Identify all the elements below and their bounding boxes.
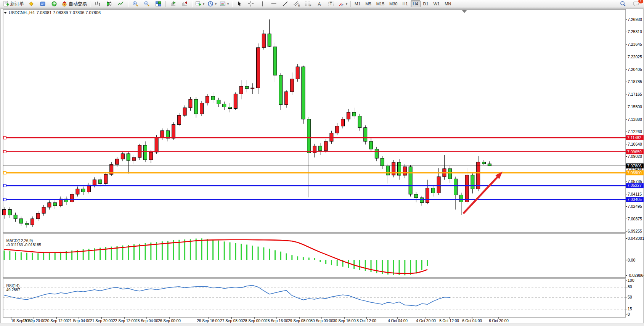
macd-values: -0.011163 -0.018185 [6, 243, 41, 247]
price-tick-label: 7.17165 [628, 92, 642, 96]
price-chart[interactable]: 7.269307.253107.236457.220257.204057.187… [0, 0, 644, 326]
timeframe-H4[interactable]: H4 [411, 0, 421, 7]
candle [482, 162, 486, 164]
auto-trading-button[interactable]: 自动交易 [60, 0, 88, 8]
new-chart-button[interactable]: ▾ [194, 0, 206, 8]
candle [347, 112, 350, 119]
timeframe-M30[interactable]: M30 [387, 0, 400, 7]
cursor-icon [236, 1, 243, 7]
rsi-axis-label: 0 [628, 312, 630, 316]
chart-shift-button[interactable] [179, 0, 190, 8]
price-tick-label: 7.02495 [628, 204, 642, 209]
time-tick-label: 26 Sep 00:00 [158, 319, 181, 323]
candle [273, 47, 277, 75]
candle [358, 116, 361, 128]
candle [8, 210, 11, 215]
crosshair-button[interactable] [245, 0, 257, 8]
price-tick-label: 7.18785 [628, 79, 642, 84]
text-button[interactable]: A [314, 0, 325, 8]
search-button[interactable] [617, 0, 629, 8]
price-tick-label: 7.25310 [628, 29, 642, 34]
price-tick-label: 7.10640 [628, 142, 642, 146]
timeframe-M15[interactable]: M15 [374, 0, 387, 7]
bar-chart-button[interactable] [92, 0, 103, 8]
candle [234, 94, 237, 108]
timeframe-H1[interactable]: H1 [400, 0, 410, 7]
tile-windows-button[interactable] [153, 0, 164, 8]
new-order-button[interactable]: 新订单 [2, 0, 26, 8]
market-watch-icon [40, 1, 46, 7]
candle [155, 138, 158, 152]
text-label-button[interactable]: T [325, 0, 337, 8]
line-handle[interactable] [3, 184, 6, 187]
candle [25, 223, 29, 225]
notification-badge: 1 [638, 0, 644, 4]
timeframe-D1[interactable]: D1 [421, 0, 431, 7]
timeframe-MN[interactable]: MN [442, 0, 453, 7]
timeframe-M5[interactable]: M5 [363, 0, 373, 7]
candle [431, 188, 435, 193]
candle [386, 166, 390, 175]
zoom-out-icon [144, 1, 150, 7]
candle [414, 194, 418, 198]
line-handle[interactable] [3, 198, 6, 201]
line-chart-icon [117, 1, 124, 7]
trendline-button[interactable] [279, 0, 291, 8]
candle [121, 154, 124, 159]
price-tick-label: 7.15500 [628, 104, 642, 109]
price-line-badge-label: 7.03405 [627, 197, 642, 202]
timeframe-W1[interactable]: W1 [431, 0, 442, 7]
timeframe-group: M1M5M15M30H1H4D1W1MN [352, 0, 453, 7]
time-tick-label: 26 Sep 16:00 [197, 319, 220, 323]
equidistant-channel-icon: E [293, 1, 300, 7]
toolbar-separator [128, 1, 128, 7]
equidistant-channel-button[interactable]: E [291, 0, 302, 8]
market-watch-button[interactable] [37, 0, 48, 8]
templates-button[interactable]: ▾ [218, 0, 230, 8]
line-chart-button[interactable] [115, 0, 126, 8]
line-handle[interactable] [3, 137, 6, 139]
search-icon [620, 1, 626, 7]
candle [14, 215, 17, 219]
auto-scroll-button[interactable] [167, 0, 179, 8]
macd-axis-label: 0.00 [628, 258, 636, 262]
notifications-button[interactable]: 1 [630, 0, 642, 8]
line-handle[interactable] [3, 172, 6, 174]
cursor-button[interactable] [234, 0, 245, 8]
vertical-line-button[interactable] [257, 0, 268, 8]
candle [177, 116, 181, 125]
arrows-button[interactable]: ▾ [337, 0, 349, 8]
candle [251, 88, 254, 88]
candle [172, 125, 175, 138]
candle [3, 210, 6, 215]
signals-button[interactable] [48, 0, 60, 8]
candle [161, 131, 164, 138]
fibonacci-icon: F [305, 1, 312, 7]
periods-button[interactable]: ▾ [206, 0, 218, 8]
time-tick-label: 30 Sep 16:00 [333, 319, 356, 323]
candle [76, 189, 79, 194]
candle-chart-button[interactable] [103, 0, 115, 8]
candle [166, 131, 170, 138]
rsi-pane[interactable] [3, 279, 626, 317]
macd-pane[interactable] [3, 234, 626, 278]
timeframe-M1[interactable]: M1 [352, 0, 363, 7]
candle [369, 141, 373, 149]
candle [93, 180, 96, 185]
candle [239, 86, 243, 94]
horizontal-line-button[interactable] [268, 0, 279, 8]
templates-icon [220, 1, 226, 7]
candle [477, 162, 480, 189]
candle [307, 119, 311, 153]
symbol-dropdown-icon[interactable] [4, 12, 7, 14]
candle [279, 75, 283, 104]
line-handle[interactable] [3, 150, 6, 153]
fibonacci-button[interactable]: F [302, 0, 314, 8]
price-line-badge-label: 7.07806 [627, 164, 642, 168]
price-line-badge-label: 7.09659 [627, 149, 642, 154]
deposit-button[interactable] [26, 0, 37, 8]
clock-icon [207, 1, 214, 7]
zoom-in-button[interactable] [130, 0, 141, 8]
candle [318, 146, 322, 151]
zoom-out-button[interactable] [141, 0, 153, 8]
